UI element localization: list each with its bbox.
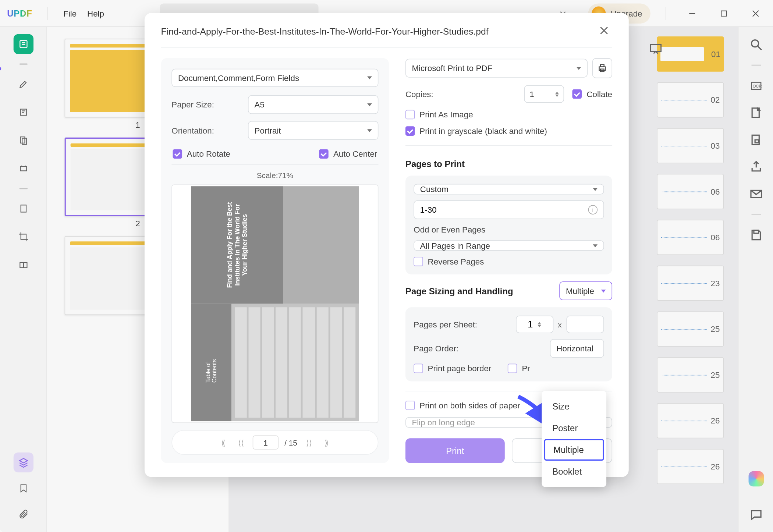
bookmark-button[interactable] [13,478,33,498]
print-as-image-label: Print As Image [419,110,473,120]
pps-x-label: x [558,320,561,329]
menu-help[interactable]: Help [87,8,104,18]
svg-rect-24 [754,230,758,233]
dropdown-item-poster[interactable]: Poster [542,417,606,439]
page-order-select[interactable]: Horizontal [550,339,604,358]
outline-item[interactable]: 01 [657,36,724,72]
odd-even-label: Odd or Even Pages [414,225,604,235]
collate-label: Collate [586,89,612,99]
info-icon[interactable]: i [588,205,598,214]
pager-prev-button[interactable]: ⟨⟨ [235,438,247,447]
divider [751,65,761,66]
collate-checkbox[interactable] [572,89,582,99]
ai-assistant-button[interactable] [748,471,764,487]
window-maximize-button[interactable] [713,4,734,22]
present-icon[interactable] [649,43,662,56]
attachment-button[interactable] [13,504,33,524]
print-as-image-checkbox[interactable] [405,110,415,120]
copies-stepper[interactable]: 1 [524,85,564,103]
pager-current-input[interactable] [253,435,279,449]
convert-icon[interactable] [749,106,763,120]
menu-file[interactable]: File [63,8,77,18]
edit-tool-button[interactable] [13,102,33,122]
active-indicator-dot [0,67,1,71]
scale-readout: Scale:71% [171,171,378,180]
outline-item[interactable]: 23 [657,266,724,301]
pager-next-button[interactable]: ⟩⟩ [303,438,315,447]
svg-rect-10 [20,137,25,143]
svg-rect-7 [20,109,26,116]
page-range-mode-select[interactable]: Custom [414,184,604,195]
print-both-sides-checkbox-partial[interactable] [508,364,517,373]
outline-item[interactable]: 25 [657,357,724,393]
pager-last-button[interactable]: ⟫ [321,438,333,447]
protect-icon[interactable] [749,133,763,147]
comment-icon[interactable] [749,508,763,522]
print-content-value: Document,Comment,Form Fields [178,73,299,83]
print-page-border-label: Print page border [428,364,492,373]
pager-first-button[interactable]: ⟪ [217,438,229,447]
outline-item[interactable]: 26 [657,449,724,484]
outline-item[interactable]: 06 [657,220,724,255]
dialog-close-button[interactable] [598,25,612,39]
svg-point-16 [751,40,758,47]
outline-item[interactable]: 25 [657,311,724,347]
printer-value: Microsoft Print to PDF [412,63,492,73]
pages-per-sheet-cols-stepper[interactable]: 1 [515,316,553,333]
pager-total: 15 [289,438,297,447]
search-icon[interactable] [749,38,763,52]
svg-rect-1 [721,11,726,16]
svg-rect-12 [20,166,26,171]
share-icon[interactable] [749,160,763,174]
outline-item[interactable]: 03 [657,128,724,163]
mail-icon[interactable] [749,187,763,201]
reverse-pages-checkbox[interactable] [414,257,423,266]
page-sizing-mode-select[interactable]: Multiple [559,281,612,300]
page-order-value: Horizontal [556,344,593,353]
print-page-border-checkbox[interactable] [414,364,423,373]
svg-line-17 [758,46,761,50]
print-content-select[interactable]: Document,Comment,Form Fields [171,69,378,87]
pages-per-sheet-label: Pages per Sheet: [414,320,477,329]
crop-tool-button[interactable] [13,227,33,247]
window-minimize-button[interactable] [682,4,703,22]
pager-sep: / [284,438,287,447]
window-close-button[interactable] [745,4,766,22]
compare-tool-button[interactable] [13,255,33,275]
duplex-checkbox[interactable] [405,401,415,410]
print-button[interactable]: Print [405,438,505,463]
pages-per-sheet-rows-stepper[interactable] [567,316,604,333]
orientation-select[interactable]: Portrait [248,121,379,140]
page-range-input[interactable]: 1-30i [414,201,604,219]
dropdown-item-size[interactable]: Size [542,396,606,417]
auto-rotate-checkbox[interactable] [173,149,182,159]
outline-item[interactable]: 02 [657,82,724,118]
orientation-label: Orientation: [171,126,242,135]
reader-mode-button[interactable] [13,34,33,54]
outline-item[interactable]: 06 [657,174,724,209]
reverse-pages-label: Reverse Pages [428,257,484,266]
save-icon[interactable] [749,228,763,242]
page-sizing-dropdown: Size Poster Multiple Booklet [542,391,606,487]
odd-even-select[interactable]: All Pages in Range [414,240,604,251]
pages-tool-button[interactable] [13,131,33,150]
outline-item[interactable]: 26 [657,403,724,439]
grayscale-checkbox[interactable] [405,126,415,136]
auto-rotate-label: Auto Rotate [187,149,230,159]
layers-button[interactable] [13,453,33,472]
dropdown-item-booklet[interactable]: Booklet [542,461,606,482]
printer-select[interactable]: Microsoft Print to PDF [405,59,588,78]
dropdown-item-multiple[interactable]: Multiple [544,439,604,461]
paper-size-label: Paper Size: [171,100,242,109]
ocr-icon[interactable]: OCR [749,79,763,93]
paper-size-select[interactable]: A5 [248,95,379,114]
print-both-sides-label-partial: Pr [522,364,530,373]
form-tool-button[interactable] [13,159,33,178]
divider [666,7,666,19]
divider [19,63,27,64]
divider [751,214,761,215]
auto-center-checkbox[interactable] [319,149,329,159]
page-tool-button[interactable] [13,199,33,219]
printer-properties-button[interactable] [592,58,612,78]
highlight-tool-button[interactable] [13,74,33,94]
